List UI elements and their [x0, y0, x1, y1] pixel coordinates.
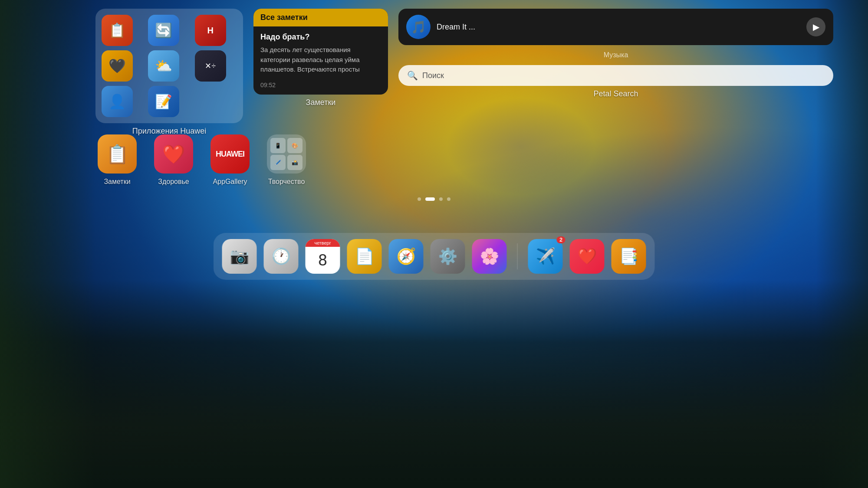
music-title: Dream It ... — [437, 23, 800, 32]
app-icon-2-glyph: 🔄 — [155, 22, 172, 39]
app-icon-8-glyph: 📝 — [155, 93, 172, 110]
notes-app-label: Заметки — [104, 178, 130, 186]
app-icon-6-glyph: ✕÷ — [205, 61, 216, 71]
dock-notes[interactable]: 📄 — [347, 239, 382, 274]
app-item-health[interactable]: ❤️ Здоровье — [152, 134, 195, 186]
appgallery-glyph: HUAWEI — [216, 150, 244, 159]
creativity-label: Творчество — [268, 178, 305, 186]
huawei-apps-folder[interactable]: 📋 🔄 H 🖤 ⛅ ✕÷ — [95, 9, 243, 123]
calendar-day-name: четверг — [306, 239, 340, 247]
health-app-label: Здоровье — [158, 178, 189, 186]
music-info: Dream It ... — [437, 23, 800, 32]
app-icon-8[interactable]: 📝 — [148, 86, 179, 117]
gallery-icon: 🌸 — [480, 247, 499, 265]
dock-settings[interactable]: ⚙️ — [431, 239, 465, 274]
docsnotes-icon: 📑 — [619, 247, 638, 265]
app-item-appgallery[interactable]: HUAWEI AppGallery — [208, 134, 252, 186]
widgets-row: 📋 🔄 H 🖤 ⛅ ✕÷ — [95, 9, 833, 136]
health-glyph: ❤️ — [162, 144, 185, 165]
dock-telegram[interactable]: ✈️ 2 — [528, 239, 563, 274]
app-icon-6[interactable]: ✕÷ — [195, 50, 226, 82]
notes-app-icon[interactable]: 📋 — [98, 134, 137, 174]
compass-icon: 🧭 — [396, 247, 416, 265]
app-icon-3-glyph: H — [207, 26, 213, 36]
app-icon-7[interactable]: 👤 — [102, 86, 133, 117]
dock-gallery[interactable]: 🌸 — [472, 239, 507, 274]
search-card[interactable]: 🔍 Поиск — [398, 65, 833, 86]
notes-time: 09:52 — [260, 82, 381, 88]
music-note-icon: 🎵 — [411, 20, 426, 34]
telegram-badge: 2 — [557, 236, 566, 243]
telegram-icon: ✈️ — [536, 247, 555, 265]
clock-icon: 🕐 — [271, 247, 291, 265]
appgallery-label: AppGallery — [213, 178, 247, 186]
music-widget[interactable]: 🎵 Dream It ... ▶ Музыка — [398, 9, 833, 59]
music-play-button[interactable]: ▶ — [806, 17, 825, 36]
page-dot-2[interactable] — [439, 197, 443, 201]
app-icon-3[interactable]: H — [195, 15, 226, 46]
page-dot-3[interactable] — [447, 197, 450, 201]
settings-icon: ⚙️ — [438, 247, 457, 265]
notes-header: Все заметки — [253, 9, 388, 26]
dock-separator — [517, 243, 518, 269]
dock: 📷 🕐 четверг 8 📄 🧭 ⚙️ 🌸 ✈ — [214, 233, 655, 280]
screen: 📋 🔄 H 🖤 ⛅ ✕÷ — [0, 0, 868, 488]
app-icon-7-glyph: 👤 — [108, 93, 126, 110]
widget-huawei-apps[interactable]: 📋 🔄 H 🖤 ⛅ ✕÷ — [95, 9, 243, 136]
app-icon-5-glyph: ⛅ — [155, 58, 172, 74]
notes-dock-icon: 📄 — [355, 247, 374, 265]
app-item-notes[interactable]: 📋 Заметки — [95, 134, 139, 186]
dock-health[interactable]: ❤️ — [570, 239, 605, 274]
widget-notes[interactable]: Все заметки Надо брать? За десять лет су… — [253, 9, 388, 107]
page-dots — [418, 197, 450, 201]
creativity-icon-2[interactable]: 🎨 — [287, 138, 302, 153]
health2-icon: ❤️ — [577, 247, 597, 265]
search-label: Petal Search — [398, 89, 833, 98]
app-icon-4-glyph: 🖤 — [108, 58, 126, 74]
app-item-creativity[interactable]: 📱 🎨 🖊️ 📸 Творчество — [265, 134, 308, 186]
music-icon: 🎵 — [406, 15, 431, 39]
page-dot-0[interactable] — [418, 197, 421, 201]
app-icon-4[interactable]: 🖤 — [102, 50, 133, 82]
app-icon-2[interactable]: 🔄 — [148, 15, 179, 46]
dock-camera[interactable]: 📷 — [222, 239, 257, 274]
right-widgets: 🎵 Dream It ... ▶ Музыка 🔍 Поиск Petal Se… — [398, 9, 833, 98]
dock-clock[interactable]: 🕐 — [264, 239, 299, 274]
music-card[interactable]: 🎵 Dream It ... ▶ — [398, 9, 833, 45]
creativity-icon-1[interactable]: 📱 — [270, 138, 286, 153]
camera-icon: 📷 — [230, 247, 249, 265]
music-label: Музыка — [398, 51, 833, 59]
app-icon-5[interactable]: ⛅ — [148, 50, 179, 82]
dock-compass[interactable]: 🧭 — [389, 239, 424, 274]
search-text: Поиск — [422, 71, 444, 80]
page-dot-1[interactable] — [425, 197, 435, 201]
notes-card[interactable]: Все заметки Надо брать? За десять лет су… — [253, 9, 388, 95]
notes-text: За десять лет существования категории ра… — [260, 45, 381, 75]
app-icon-1[interactable]: 📋 — [102, 15, 133, 46]
search-icon: 🔍 — [407, 70, 418, 81]
appgallery-icon[interactable]: HUAWEI — [210, 134, 250, 174]
notes-body: Надо брать? За десять лет существования … — [253, 26, 388, 95]
notes-title: Надо брать? — [260, 33, 381, 42]
app-icon-1-glyph: 📋 — [108, 22, 126, 39]
creativity-folder[interactable]: 📱 🎨 🖊️ 📸 — [267, 134, 306, 174]
search-widget[interactable]: 🔍 Поиск Petal Search — [398, 65, 833, 98]
dock-docsnotes[interactable]: 📑 — [612, 239, 646, 274]
health-app-icon[interactable]: ❤️ — [154, 134, 193, 174]
app-row: 📋 Заметки ❤️ Здоровье HUAWEI AppGallery … — [95, 134, 308, 186]
dock-calendar[interactable]: четверг 8 — [306, 239, 340, 274]
creativity-icon-4[interactable]: 📸 — [287, 155, 302, 170]
creativity-icon-3[interactable]: 🖊️ — [270, 155, 286, 170]
notes-glyph: 📋 — [106, 144, 128, 165]
calendar-day-num: 8 — [306, 247, 340, 274]
notes-widget-label: Заметки — [253, 98, 388, 107]
